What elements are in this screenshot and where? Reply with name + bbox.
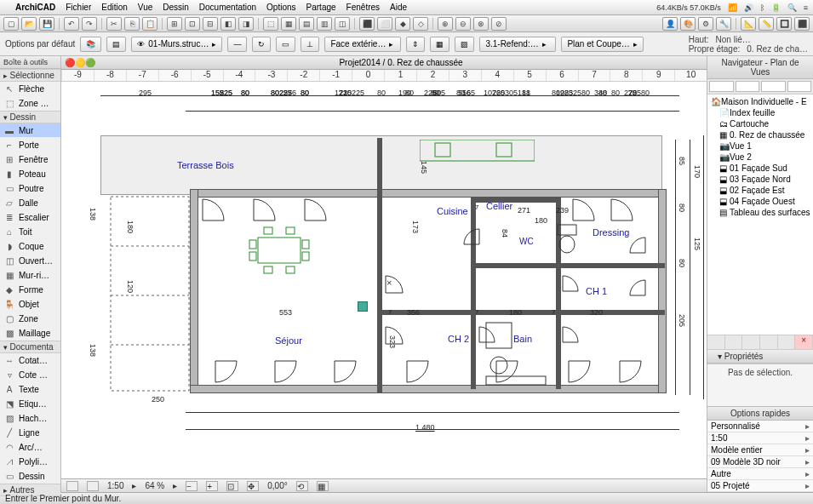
app-name[interactable]: ArchiCAD — [15, 3, 55, 12]
wifi-icon[interactable]: 📶 — [728, 3, 737, 12]
geom-btn-3[interactable]: ▭ — [276, 37, 295, 52]
refend-dropdown[interactable]: 3.1-Refend:… ▸ — [479, 37, 556, 52]
tool-cote[interactable]: ▿Cote … — [0, 368, 60, 382]
tree-item[interactable]: 📷Vue 2 — [709, 152, 811, 163]
tool-o[interactable]: ⊕ — [438, 17, 453, 31]
nav-action-3[interactable] — [742, 335, 760, 349]
geom-btn-1[interactable]: — — [227, 37, 247, 52]
nav-tab-1[interactable] — [709, 81, 734, 92]
nav-tab-4[interactable] — [787, 81, 812, 92]
tree-item[interactable]: 📄Index feuille — [709, 107, 811, 118]
tool-u[interactable]: ⚙ — [698, 17, 713, 31]
nav-tab-2[interactable] — [736, 81, 760, 92]
tree-item[interactable]: ⬓03 Façade Nord — [709, 174, 811, 185]
cut-icon[interactable]: ✂ — [106, 17, 122, 31]
tool-z[interactable]: ⬛ — [794, 17, 810, 31]
nav-action-4[interactable] — [760, 335, 778, 349]
tool-forme[interactable]: ◆Forme — [0, 283, 60, 297]
options-label[interactable]: Options par défaut — [5, 39, 75, 49]
tool-ouverture[interactable]: ◫Ouvert… — [0, 254, 60, 268]
tool-p[interactable]: ⊖ — [455, 17, 471, 31]
quick-opt-row[interactable]: Modèle entier▸ — [707, 444, 813, 456]
properties-title[interactable]: ▾ Propriétés — [707, 350, 813, 364]
quick-opt-row[interactable]: 05 Projeté▸ — [707, 480, 813, 492]
layer-btn[interactable]: 📚 — [80, 37, 101, 52]
tool-a[interactable]: ⊞ — [167, 17, 182, 31]
volume-icon[interactable]: 🔊 — [744, 3, 753, 12]
tool-fenetre[interactable]: ⊞Fenêtre — [0, 152, 60, 167]
tool-v[interactable]: 🔧 — [716, 17, 731, 31]
layer-icon[interactable]: ▤ — [106, 37, 126, 52]
tool-zone[interactable]: ▢Zone — [0, 312, 60, 326]
tool-b[interactable]: ⊡ — [185, 17, 200, 31]
tool-maillage[interactable]: ▩Maillage — [0, 326, 60, 341]
tree-item[interactable]: 🗂Cartouche — [709, 118, 811, 129]
menu-fichier[interactable]: Fichier — [66, 3, 91, 12]
quick-opt-row[interactable]: 09 Modèle 3D noir▸ — [707, 456, 813, 468]
open-icon[interactable]: 📂 — [21, 17, 37, 31]
nav-action-2[interactable] — [725, 335, 743, 349]
tool-q[interactable]: ⊗ — [473, 17, 489, 31]
ref-btn[interactable]: ⊥ — [301, 37, 319, 52]
menu-partage[interactable]: Partage — [306, 3, 336, 12]
scale-value[interactable]: 1:50 — [107, 481, 123, 490]
tool-r[interactable]: ⊘ — [491, 17, 507, 31]
quick-opt-row[interactable]: Personnalisé▸ — [707, 421, 813, 432]
nav-tab-3[interactable] — [761, 81, 786, 92]
tool-dessin-2d[interactable]: ▭Dessin — [0, 469, 60, 484]
tree-root[interactable]: 🏠Maison Individuelle - E — [709, 96, 811, 107]
tool-e[interactable]: ◨ — [238, 17, 254, 31]
tool-mur-rideau[interactable]: ▦Mur-ri… — [0, 268, 60, 283]
tool-poteau[interactable]: ▮Poteau — [0, 167, 60, 181]
save-icon[interactable]: 💾 — [39, 17, 54, 31]
tree-item[interactable]: ⬓02 Façade Est — [709, 185, 811, 196]
tool-fleche[interactable]: ↖Flèche — [0, 82, 60, 96]
layer-dropdown[interactable]: 👁 01-Murs.struc… ▸ — [131, 37, 222, 52]
redo-icon[interactable]: ↷ — [82, 17, 97, 31]
tool-c[interactable]: ⊟ — [203, 17, 218, 31]
height-btn[interactable]: ⇕ — [406, 37, 425, 52]
tool-texte[interactable]: ATexte — [0, 382, 60, 397]
tool-dalle[interactable]: ▱Dalle — [0, 196, 60, 210]
tool-cotation[interactable]: ↔Cotat… — [0, 353, 60, 368]
tool-k[interactable]: ⬛ — [359, 17, 375, 31]
menu-vue[interactable]: Vue — [138, 3, 152, 12]
menu-aide[interactable]: Aide — [390, 3, 407, 12]
menu-fenetres[interactable]: Fenêtres — [346, 3, 380, 12]
section-dessin[interactable]: ▾ Dessin — [0, 111, 60, 123]
geom-btn-2[interactable]: ↻ — [252, 37, 271, 52]
tool-g[interactable]: ▦ — [281, 17, 296, 31]
tool-objet[interactable]: 🪑Objet — [0, 297, 60, 312]
tool-hachure[interactable]: ▨Hach… — [0, 411, 60, 426]
nav-action-delete[interactable]: × — [795, 335, 813, 349]
tool-poutre[interactable]: ▭Poutre — [0, 181, 60, 196]
tool-porte[interactable]: ⌐Porte — [0, 138, 60, 152]
profile-btn[interactable]: ▦ — [430, 37, 449, 52]
status-btn-1[interactable] — [66, 481, 78, 491]
angle-value[interactable]: 0,00° — [267, 481, 287, 490]
tool-coque[interactable]: ◗Coque — [0, 239, 60, 254]
quick-opt-row[interactable]: 1:50▸ — [707, 432, 813, 444]
menu-documentation[interactable]: Documentation — [199, 3, 256, 12]
tool-i[interactable]: ▥ — [317, 17, 332, 31]
tree-item[interactable]: ▦0. Rez de chaussée — [709, 129, 811, 140]
section-documenta[interactable]: ▾ Documenta — [0, 341, 60, 353]
notifications-icon[interactable]: ≡ — [804, 3, 808, 12]
tool-l[interactable]: ⬜ — [377, 17, 392, 31]
tool-toit[interactable]: ⌂Toit — [0, 225, 60, 239]
zoom-value[interactable]: 64 % — [145, 481, 164, 490]
undo-icon[interactable]: ↶ — [64, 17, 79, 31]
menu-edition[interactable]: Edition — [101, 3, 128, 12]
tool-polyligne[interactable]: ⩘Polyli… — [0, 455, 60, 469]
tool-y[interactable]: 🔲 — [776, 17, 792, 31]
menu-options[interactable]: Options — [266, 3, 295, 12]
paste-icon[interactable]: 📋 — [142, 17, 157, 31]
bluetooth-icon[interactable]: ᛒ — [760, 3, 764, 12]
tool-escalier[interactable]: ≣Escalier — [0, 210, 60, 225]
tree-item[interactable]: 📷Vue 1 — [709, 140, 811, 152]
zoom-out-icon[interactable]: − — [186, 481, 198, 491]
drawing-canvas[interactable]: 295 576 556 348 155 80 80 80 171 190 80 … — [61, 82, 707, 478]
quick-opt-row[interactable]: Autre▸ — [707, 468, 813, 480]
tool-arc[interactable]: ◠Arc/… — [0, 440, 60, 455]
face-dropdown[interactable]: Face extérie… ▸ — [324, 37, 401, 52]
